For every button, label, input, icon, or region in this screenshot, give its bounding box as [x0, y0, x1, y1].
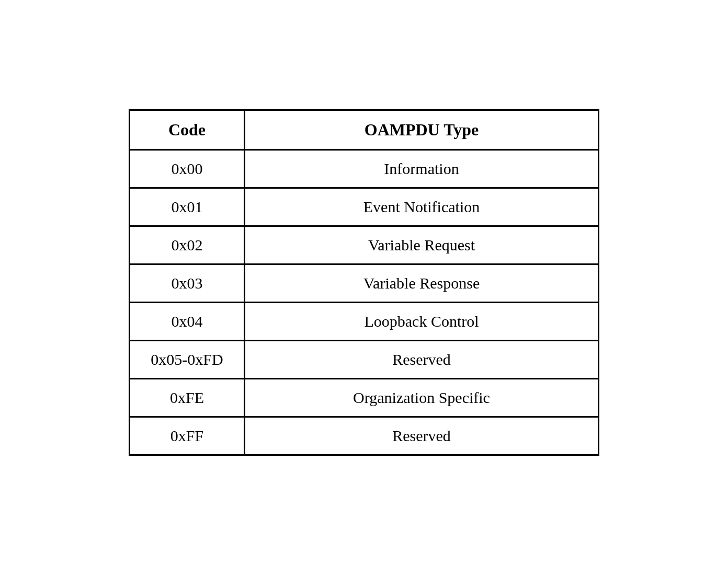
cell-code: 0x04 — [130, 303, 245, 341]
main-table-container: Code OAMPDU Type 0x00Information0x01Even… — [129, 109, 599, 456]
cell-type: Variable Request — [245, 226, 599, 264]
cell-code: 0x01 — [130, 188, 245, 226]
cell-type: Organization Specific — [245, 379, 599, 417]
cell-type: Variable Response — [245, 264, 599, 303]
table-row: 0xFEOrganization Specific — [130, 379, 599, 417]
header-code: Code — [130, 110, 245, 150]
cell-type: Reserved — [245, 341, 599, 379]
table-row: 0x01Event Notification — [130, 188, 599, 226]
header-oampdu-type: OAMPDU Type — [245, 110, 599, 150]
cell-code: 0x05-0xFD — [130, 341, 245, 379]
table-row: 0x02Variable Request — [130, 226, 599, 264]
table-header-row: Code OAMPDU Type — [130, 110, 599, 150]
cell-code: 0xFE — [130, 379, 245, 417]
cell-code: 0x00 — [130, 150, 245, 188]
table-row: 0x05-0xFDReserved — [130, 341, 599, 379]
table-row: 0x03Variable Response — [130, 264, 599, 303]
oampdu-table: Code OAMPDU Type 0x00Information0x01Even… — [129, 109, 599, 456]
cell-type: Loopback Control — [245, 303, 599, 341]
cell-code: 0xFF — [130, 417, 245, 455]
table-row: 0x00Information — [130, 150, 599, 188]
table-row: 0x04Loopback Control — [130, 303, 599, 341]
cell-type: Information — [245, 150, 599, 188]
cell-code: 0x02 — [130, 226, 245, 264]
cell-type: Event Notification — [245, 188, 599, 226]
table-row: 0xFFReserved — [130, 417, 599, 455]
cell-type: Reserved — [245, 417, 599, 455]
cell-code: 0x03 — [130, 264, 245, 303]
